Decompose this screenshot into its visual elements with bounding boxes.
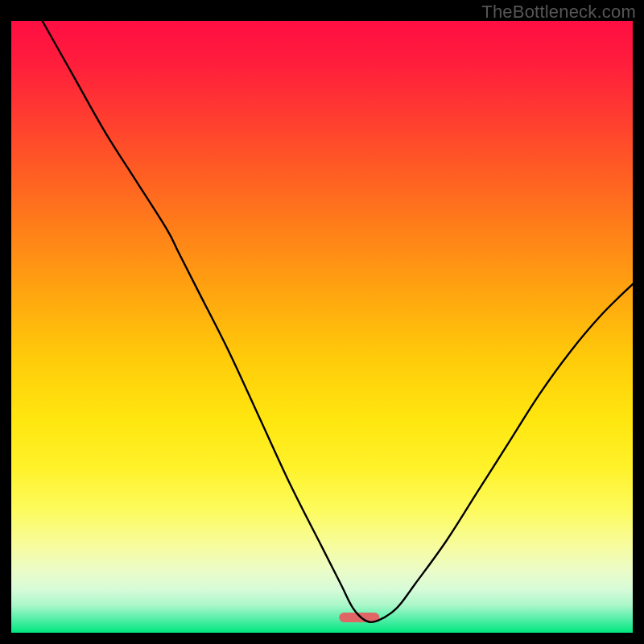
plot-area — [11, 21, 633, 633]
chart-frame: TheBottleneck.com — [0, 0, 644, 644]
optimal-range-marker — [339, 613, 379, 622]
gradient-background — [11, 21, 633, 633]
bottleneck-chart — [11, 21, 633, 633]
watermark-label: TheBottleneck.com — [481, 2, 636, 23]
